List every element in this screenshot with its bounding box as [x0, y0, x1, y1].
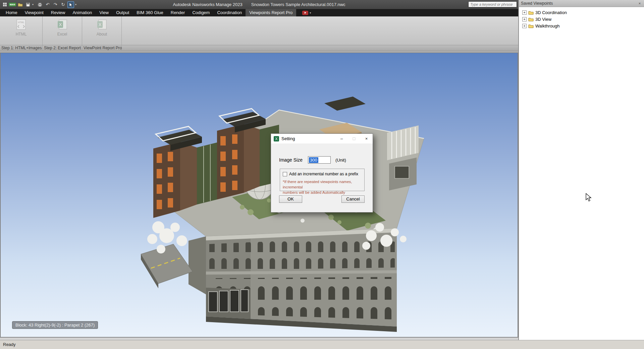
maximize-icon: □ — [348, 134, 360, 143]
ribbon-group-html-images: HTML HTML Step 1: HTML+Images — [0, 16, 43, 51]
document-title: Snowdon Towers Sample Architectural.0017… — [251, 2, 345, 7]
tab-coordination[interactable]: Coordination — [213, 9, 246, 16]
man-badge-label: MAN — [9, 3, 16, 6]
search-input[interactable] — [468, 1, 517, 7]
tab-animation[interactable]: Animation — [69, 9, 96, 16]
unit-label: (Unit) — [335, 158, 346, 163]
html-file-icon: HTML — [16, 19, 26, 30]
building-model — [1, 53, 518, 337]
mouse-cursor — [585, 193, 593, 202]
refresh-icon[interactable]: ↻ — [60, 1, 66, 8]
excel-app-icon: X — [274, 136, 279, 141]
tree-item-3d-view[interactable]: + 3D View — [519, 16, 644, 22]
about-button-label: About — [97, 32, 107, 37]
redo-icon[interactable]: ↷ — [52, 1, 59, 8]
navisworks-window: MAN ▾ ↶ ↷ ↻ ▾ Autodesk Navisworks Manage… — [0, 0, 644, 349]
print-icon[interactable] — [37, 1, 43, 8]
about-button[interactable]: X About — [90, 19, 114, 37]
close-icon[interactable]: × — [360, 134, 373, 143]
image-size-label: Image Size — [279, 157, 305, 163]
ribbon-group-label-step2: Step 2: Excel Report — [43, 45, 82, 51]
tree-item-label: 3D Coordination — [535, 10, 567, 15]
app-menu-icon[interactable] — [1, 1, 8, 8]
select-dropdown-caret-icon[interactable]: ▾ — [75, 3, 78, 6]
dialog-body: Image Size 300 (Unit) Add an incremental… — [271, 143, 373, 213]
tab-viewpoint[interactable]: Viewpoint — [21, 9, 47, 16]
ribbon-group-label-step1: Step 1: HTML+Images — [0, 45, 42, 51]
ribbon-tab-bar: Home Viewpoint Review Animation View Out… — [0, 9, 518, 16]
expand-icon[interactable]: + — [522, 17, 527, 21]
app-title: Autodesk Navisworks Manage 2023 — [173, 2, 242, 7]
panel-close-icon[interactable]: × — [637, 1, 642, 5]
folder-icon — [528, 17, 534, 21]
expand-icon[interactable]: + — [522, 10, 527, 15]
dialog-titlebar[interactable]: X Setting – □ × — [271, 134, 373, 143]
tab-bim360glue[interactable]: BIM 360 Glue — [133, 9, 167, 16]
html-export-button[interactable]: HTML HTML — [9, 19, 33, 37]
ribbon-panel: HTML HTML Step 1: HTML+Images X Excel — [0, 16, 518, 52]
tab-home[interactable]: Home — [2, 9, 21, 16]
tree-item-label: 3D View — [535, 17, 551, 22]
expand-icon[interactable]: + — [522, 24, 527, 28]
status-text: Ready — [3, 342, 16, 347]
ribbon-empty-area — [122, 16, 518, 51]
warning-text: *If there are repeated viewpoints names,… — [283, 179, 364, 195]
tab-review[interactable]: Review — [47, 9, 69, 16]
navisworks-manage-badge[interactable]: MAN — [9, 1, 16, 8]
ribbon-group-excel-report: X Excel Step 2: Excel Report — [43, 16, 82, 51]
image-size-value: 300 — [309, 157, 318, 163]
minimize-icon[interactable]: – — [335, 134, 348, 143]
dialog-title: Setting — [281, 136, 335, 141]
help-video-control[interactable]: ▾ — [302, 9, 313, 16]
ribbon-group-label-pro: ViewPoint Report Pro — [82, 45, 121, 51]
prefix-groupbox: Add an incremental number as a prefix *I… — [280, 169, 365, 191]
excel-export-button[interactable]: X Excel — [50, 19, 74, 37]
tab-viewpoints-report-pro[interactable]: Viewpoints Report Pro — [246, 9, 296, 16]
model-viewport[interactable]: Block: 43 Right(2)-9(-2) : Parapet 2 (26… — [0, 52, 518, 338]
tree-item-label: Walkthrough — [535, 23, 560, 28]
select-tool-icon[interactable] — [67, 1, 74, 8]
about-icon: X — [97, 19, 107, 30]
image-size-input[interactable]: 300 — [308, 156, 331, 164]
folder-icon — [528, 24, 534, 28]
saved-viewpoints-title: Saved Viewpoints — [521, 1, 553, 6]
tree-item-3d-coordination[interactable]: + 3D Coordination — [519, 9, 644, 16]
svg-text:HTML: HTML — [18, 21, 24, 23]
incremental-prefix-label: Add an incremental number as a prefix — [289, 172, 358, 176]
tab-render[interactable]: Render — [167, 9, 189, 16]
tab-view[interactable]: View — [96, 9, 112, 16]
viewpoints-tree: + 3D Coordination + 3D View + Walkthroug… — [519, 7, 644, 29]
selection-tooltip: Block: 43 Right(2)-9(-2) : Parapet 2 (26… — [12, 321, 98, 329]
setting-dialog: X Setting – □ × Image Size 300 (Unit) Ad… — [271, 133, 373, 213]
quick-access-toolbar: MAN ▾ ↶ ↷ ↻ ▾ — [1, 1, 78, 8]
ribbon-group-viewpoint-report-pro: X About ViewPoint Report Pro — [82, 16, 122, 51]
cancel-button[interactable]: Cancel — [341, 195, 365, 203]
excel-file-icon: X — [57, 19, 68, 30]
svg-text:X: X — [59, 22, 62, 27]
tab-output[interactable]: Output — [112, 9, 133, 16]
video-caret-icon: ▾ — [310, 11, 313, 14]
ok-button[interactable]: OK — [279, 195, 302, 203]
folder-icon — [528, 10, 534, 15]
save-icon[interactable] — [24, 1, 31, 8]
html-button-label: HTML — [16, 32, 27, 37]
open-file-icon[interactable] — [17, 1, 23, 8]
undo-icon[interactable]: ↶ — [44, 1, 51, 8]
video-icon — [302, 11, 308, 15]
status-bar: Ready — [0, 340, 644, 349]
tree-item-walkthrough[interactable]: + Walkthrough — [519, 22, 644, 29]
open-dropdown-caret-icon[interactable]: ▾ — [32, 3, 36, 6]
saved-viewpoints-header[interactable]: Saved Viewpoints × — [519, 0, 644, 7]
tab-codigem[interactable]: Codigem — [189, 9, 213, 16]
incremental-prefix-checkbox[interactable] — [283, 172, 287, 176]
svg-text:X: X — [275, 137, 278, 141]
excel-button-label: Excel — [57, 32, 67, 37]
saved-viewpoints-panel: Saved Viewpoints × + 3D Coordination + 3… — [518, 0, 644, 340]
svg-text:X: X — [98, 22, 101, 27]
